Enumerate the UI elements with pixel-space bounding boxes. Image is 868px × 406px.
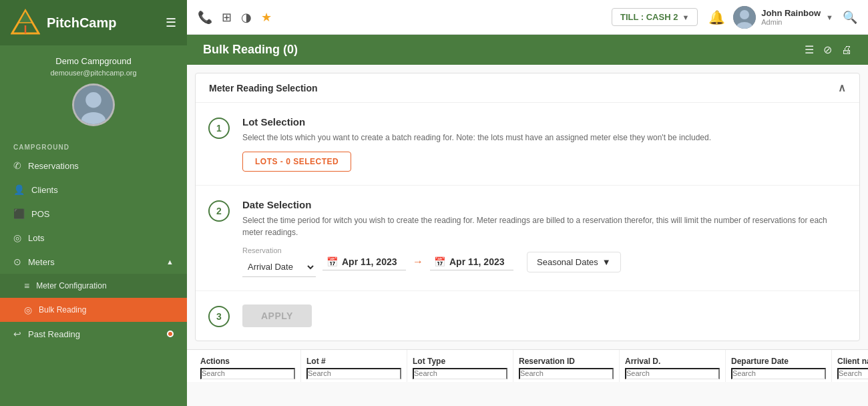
col-departure-date-search[interactable] — [731, 368, 826, 379]
user-menu-arrow-icon: ▼ — [826, 13, 833, 21]
section-title: Meter Reading Selection — [209, 83, 318, 93]
topbar-icons: 📞 ⊞ ◑ ★ — [198, 10, 612, 25]
step-1-circle: 1 — [208, 118, 230, 139]
col-arrival-date-search[interactable] — [625, 368, 720, 379]
col-departure-date-label: Departure Date — [731, 357, 826, 366]
col-lot-type: Lot Type — [407, 350, 513, 382]
bulk-reading-icon: ◎ — [24, 304, 32, 315]
sidebar-nav: CAMPGROUND ✆ Reservations 👤 Clients ⬛ PO… — [0, 137, 187, 406]
lots-selected-button[interactable]: LOTS - 0 SELECTED — [242, 152, 351, 172]
topbar-user-name: John Rainbow — [761, 8, 821, 18]
sidebar-item-pos[interactable]: ⬛ POS — [0, 202, 187, 226]
step-1-number-col: 1 — [196, 116, 242, 139]
col-actions-search[interactable] — [200, 368, 295, 379]
col-lot-number: Lot # — [301, 350, 407, 382]
hamburger-menu[interactable]: ☰ — [166, 15, 176, 30]
sidebar-item-lots[interactable]: ◎ Lots — [0, 226, 187, 250]
sidebar-item-past-reading-label: Past Reading — [28, 329, 80, 339]
print-icon[interactable]: 🖨 — [841, 44, 852, 56]
search-icon[interactable]: 🔍 — [843, 10, 857, 25]
step-2-number: 2 — [216, 206, 222, 216]
sidebar-item-past-reading[interactable]: ↩ Past Reading — [0, 322, 187, 346]
svg-point-4 — [85, 92, 101, 108]
step-2-title: Date Selection — [242, 199, 846, 210]
sidebar-item-bulk-reading[interactable]: ◎ Bulk Reading — [0, 298, 187, 322]
star-topbar-icon[interactable]: ★ — [261, 10, 272, 25]
pos-icon: ⬛ — [13, 208, 25, 219]
seasonal-dates-button[interactable]: Seasonal Dates ▼ — [527, 252, 621, 272]
col-reservation-id-search[interactable] — [519, 368, 614, 379]
phone-icon: ✆ — [13, 160, 21, 171]
sidebar-header: PitchCamp ☰ — [0, 0, 187, 45]
notification-dot — [167, 331, 174, 337]
sidebar-item-reservations[interactable]: ✆ Reservations — [0, 154, 187, 178]
step-3-number: 3 — [216, 311, 222, 322]
arrival-select-wrap: Reservation Arrival Date — [242, 246, 316, 277]
collapse-button[interactable]: ∧ — [838, 81, 846, 94]
sidebar: PitchCamp ☰ Demo Campground demouser@pit… — [0, 0, 187, 406]
col-actions-label: Actions — [200, 357, 295, 366]
col-reservation-id: Reservation ID — [513, 350, 620, 382]
sidebar-item-meter-config[interactable]: ≡ Meter Configuration — [0, 274, 187, 298]
topbar-user-info: John Rainbow Admin — [761, 8, 821, 26]
col-departure-date: Departure Date — [726, 350, 832, 382]
apply-button[interactable]: APPLY — [242, 304, 312, 327]
content-area: Meter Reading Selection ∧ 1 Lot Selectio… — [187, 65, 868, 406]
step-3-number-col: 3 — [196, 304, 242, 327]
meters-icon: ⊙ — [13, 256, 21, 267]
sidebar-item-meters[interactable]: ⊙ Meters ▲ — [0, 250, 187, 274]
till-arrow-icon: ▼ — [682, 13, 689, 21]
sidebar-item-clients[interactable]: 👤 Clients — [0, 178, 187, 202]
sidebar-item-meters-label: Meters — [28, 257, 55, 267]
col-arrival-date-label: Arrival D. — [625, 357, 720, 366]
notification-bell[interactable]: 🔔 — [708, 9, 725, 25]
sidebar-user-email: demouser@pitchcamp.org — [50, 69, 136, 77]
step-3-row: 3 APPLY — [196, 291, 859, 341]
past-reading-icon: ↩ — [13, 329, 21, 339]
step-1-number: 1 — [216, 123, 222, 134]
meters-expand-icon: ▲ — [166, 258, 174, 266]
config-icon: ≡ — [24, 280, 29, 291]
step-2-circle: 2 — [208, 200, 230, 222]
arrival-date-select[interactable]: Arrival Date — [242, 257, 316, 277]
table-header: Actions Lot # Lot Type Reservation ID Ar… — [187, 349, 868, 382]
date-from-input[interactable]: Apr 11, 2023 — [342, 256, 402, 267]
no-signal-icon[interactable]: ⊘ — [823, 43, 832, 56]
step-2-row: 2 Date Selection Select the time period … — [196, 186, 859, 291]
col-lot-number-label: Lot # — [306, 357, 401, 366]
section-header: Meter Reading Selection ∧ — [196, 73, 859, 103]
col-client-name-label: Client name — [837, 357, 868, 366]
meters-submenu: ≡ Meter Configuration ◎ Bulk Reading — [0, 274, 187, 322]
topbar: 📞 ⊞ ◑ ★ TILL : CASH 2 ▼ 🔔 John Rainbow A… — [187, 0, 868, 35]
step-2-number-col: 2 — [196, 199, 242, 222]
avatar — [72, 83, 115, 126]
app-title: PitchCamp — [47, 15, 116, 31]
step-2-content: Date Selection Select the time period fo… — [242, 199, 846, 277]
date-from-field: 📅 Apr 11, 2023 — [322, 254, 406, 270]
steps-container: 1 Lot Selection Select the lots which yo… — [196, 103, 859, 341]
filter-icon[interactable]: ☰ — [805, 43, 814, 56]
sidebar-item-meter-config-label: Meter Configuration — [36, 281, 106, 290]
reservation-label: Reservation — [242, 246, 316, 254]
step-1-title: Lot Selection — [242, 116, 846, 128]
col-lot-number-search[interactable] — [306, 368, 401, 379]
moon-topbar-icon[interactable]: ◑ — [241, 10, 252, 25]
grid-topbar-icon[interactable]: ⊞ — [222, 10, 232, 25]
sidebar-campground-label: CAMPGROUND — [0, 137, 187, 154]
step-1-content: Lot Selection Select the lots which you … — [242, 116, 846, 172]
user-menu[interactable]: John Rainbow Admin ▼ — [733, 6, 833, 29]
till-selector[interactable]: TILL : CASH 2 ▼ — [612, 8, 698, 26]
phone-topbar-icon[interactable]: 📞 — [198, 10, 212, 25]
date-to-input[interactable]: Apr 11, 2023 — [449, 256, 509, 267]
calendar-to-icon: 📅 — [434, 256, 445, 267]
svg-point-7 — [740, 10, 749, 19]
date-arrow-icon: → — [413, 256, 423, 268]
col-actions: Actions — [195, 350, 301, 382]
step-3-circle: 3 — [208, 306, 230, 327]
col-client-name-search[interactable] — [837, 368, 868, 379]
col-lot-type-search[interactable] — [413, 368, 507, 379]
meter-reading-section: Meter Reading Selection ∧ 1 Lot Selectio… — [195, 73, 860, 341]
main-area: 📞 ⊞ ◑ ★ TILL : CASH 2 ▼ 🔔 John Rainbow A… — [187, 0, 868, 406]
sidebar-item-clients-label: Clients — [31, 185, 58, 195]
step-2-desc: Select the time period for witch you wis… — [242, 214, 846, 238]
